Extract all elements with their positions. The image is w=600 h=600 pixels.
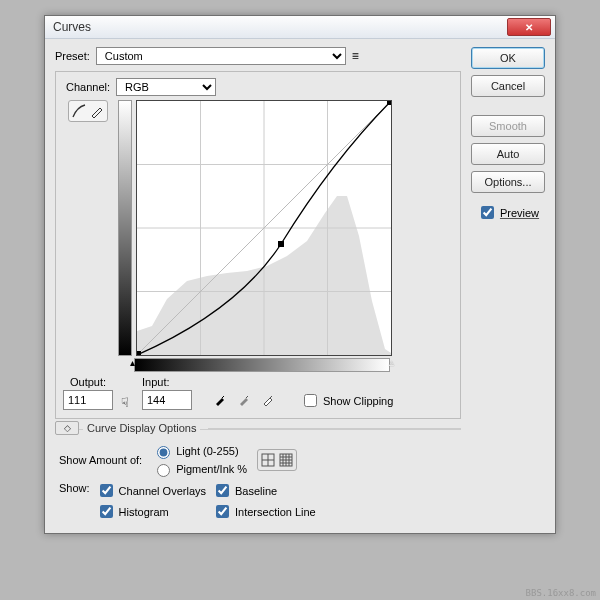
histogram-checkbox[interactable]: Histogram xyxy=(96,502,206,521)
curve-draw-tool-icon[interactable] xyxy=(89,103,105,119)
target-adjust-tool-icon[interactable]: ☟ xyxy=(121,395,129,410)
baseline-checkbox[interactable]: Baseline xyxy=(212,481,316,500)
preset-label: Preset: xyxy=(55,50,90,62)
output-gradient xyxy=(118,100,132,356)
preset-select[interactable]: Custom xyxy=(96,47,346,65)
preset-menu-icon[interactable]: ≡ xyxy=(352,49,359,63)
curve-mode-tools xyxy=(68,100,108,122)
input-gradient xyxy=(134,358,390,372)
channel-overlays-checkbox[interactable]: Channel Overlays xyxy=(96,481,206,500)
white-eyedropper-icon[interactable] xyxy=(258,390,278,410)
white-point-slider[interactable]: ▵ xyxy=(389,357,394,368)
output-field[interactable] xyxy=(63,390,113,410)
channel-label: Channel: xyxy=(66,81,110,93)
titlebar[interactable]: Curves ✕ xyxy=(45,16,555,39)
collapse-toggle-icon[interactable]: ◇ xyxy=(55,421,79,435)
grid-size-tools xyxy=(257,449,297,471)
black-eyedropper-icon[interactable] xyxy=(210,390,230,410)
pigment-radio[interactable]: Pigment/Ink % xyxy=(152,461,247,477)
output-label: Output: xyxy=(70,376,106,388)
curve-group: Channel: RGB xyxy=(55,71,461,419)
display-options-group: ◇ Curve Display Options Show Amount of: … xyxy=(55,429,461,521)
close-button[interactable]: ✕ xyxy=(507,18,551,36)
watermark: BBS.16xx8.com xyxy=(526,588,596,598)
svg-rect-8 xyxy=(387,101,391,105)
curves-dialog: Curves ✕ Preset: Custom ≡ Channel: RGB xyxy=(44,15,556,534)
show-clipping-checkbox[interactable]: Show Clipping xyxy=(300,391,393,410)
show-amount-label: Show Amount of: xyxy=(59,454,142,466)
grid-coarse-icon[interactable] xyxy=(260,452,276,468)
curve-canvas[interactable] xyxy=(136,100,392,356)
curve-point-tool-icon[interactable] xyxy=(71,103,87,119)
input-label: Input: xyxy=(142,376,170,388)
show-label: Show: xyxy=(59,482,90,521)
gray-eyedropper-icon[interactable] xyxy=(234,390,254,410)
cancel-button[interactable]: Cancel xyxy=(471,75,545,97)
svg-rect-7 xyxy=(137,351,141,355)
light-radio[interactable]: Light (0-255) xyxy=(152,443,247,459)
intersection-checkbox[interactable]: Intersection Line xyxy=(212,502,316,521)
ok-button[interactable]: OK xyxy=(471,47,545,69)
window-title: Curves xyxy=(53,20,507,34)
channel-select[interactable]: RGB xyxy=(116,78,216,96)
auto-button[interactable]: Auto xyxy=(471,143,545,165)
input-field[interactable] xyxy=(142,390,192,410)
preview-checkbox[interactable]: Preview xyxy=(471,203,545,222)
svg-rect-9 xyxy=(278,241,284,247)
smooth-button[interactable]: Smooth xyxy=(471,115,545,137)
black-point-slider[interactable]: ▴ xyxy=(130,357,135,368)
grid-fine-icon[interactable] xyxy=(278,452,294,468)
display-options-label: Curve Display Options xyxy=(83,422,200,434)
options-button[interactable]: Options... xyxy=(471,171,545,193)
